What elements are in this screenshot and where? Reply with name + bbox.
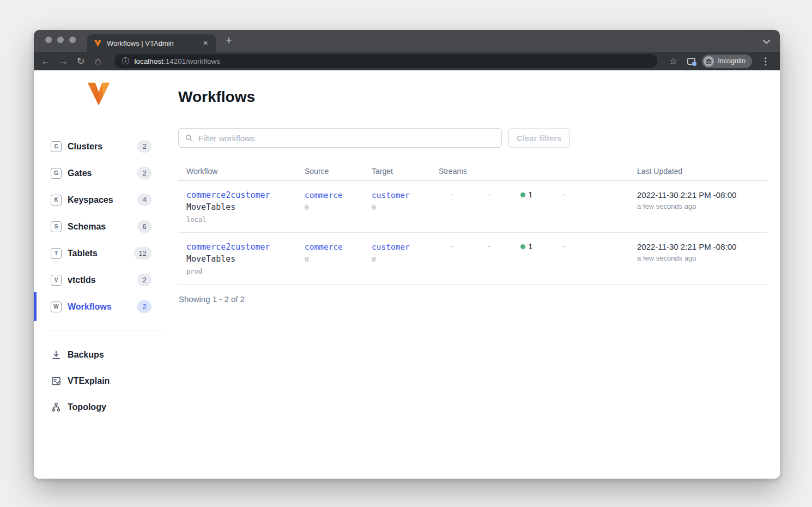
- address-bar[interactable]: ⓘ localhost:14201/workflows: [114, 54, 657, 68]
- streams-cell: - - 1 -: [431, 242, 629, 275]
- pagination-status: Showing 1 - 2 of 2: [178, 294, 767, 304]
- streams-cell: - - 1 -: [431, 190, 629, 224]
- table-row: commerce2customer MoveTables local comme…: [178, 181, 767, 233]
- table-header-row: Workflow Source Target Streams Last Upda…: [178, 162, 767, 181]
- sidebar-item-keyspaces[interactable]: K Keyspaces 4: [34, 186, 178, 213]
- sidebar-item-label: Workflows: [68, 302, 112, 312]
- page-content: C Clusters 2 G Gates 2 K Keyspaces 4 S S…: [34, 70, 780, 479]
- last-updated-timestamp: 2022-11-30 2:21 PM -08:00: [637, 242, 767, 251]
- window-zoom-button[interactable]: [69, 37, 76, 43]
- incognito-label: Incognito: [718, 57, 746, 65]
- column-header-last-updated: Last Updated: [629, 167, 767, 176]
- sidebar-divider: [46, 330, 164, 330]
- tab-search-chevron-icon[interactable]: [763, 37, 770, 44]
- sidebar-item-clusters[interactable]: C Clusters 2: [34, 133, 178, 160]
- sidebar-item-label: vtctlds: [68, 275, 96, 285]
- column-header-source: Source: [296, 167, 363, 176]
- sidebar-item-label: Gates: [68, 168, 92, 178]
- browser-toolbar: ← → ↻ ⌂ ⓘ localhost:14201/workflows ☆ In…: [34, 52, 780, 70]
- main-area: Workflows Clear filters Workflow Source …: [178, 70, 780, 479]
- window-controls[interactable]: [45, 37, 76, 43]
- tab-close-icon[interactable]: ✕: [201, 38, 210, 48]
- source-keyspace-link[interactable]: commerce: [305, 191, 343, 200]
- sidebar-item-schemas[interactable]: S Schemas 6: [34, 213, 178, 240]
- reload-icon[interactable]: ↻: [72, 54, 89, 68]
- download-icon: [51, 349, 62, 360]
- clear-filters-button[interactable]: Clear filters: [508, 128, 570, 148]
- sidebar-item-topology[interactable]: Topology: [34, 394, 178, 420]
- browser-tab[interactable]: Workflows | VTAdmin ✕: [87, 34, 216, 52]
- target-cell: customer 0: [363, 190, 431, 224]
- last-updated-relative: a few seconds ago: [637, 254, 767, 262]
- workflow-cell: commerce2customer MoveTables prod: [178, 242, 296, 275]
- window-minimize-button[interactable]: [57, 37, 64, 43]
- count-badge: 12: [134, 247, 152, 259]
- back-icon[interactable]: ←: [37, 54, 54, 68]
- filter-workflows-input[interactable]: [178, 128, 502, 148]
- vitess-logo[interactable]: [86, 81, 111, 107]
- home-icon[interactable]: ⌂: [89, 54, 107, 68]
- sidebar-item-label: Tablets: [68, 249, 98, 258]
- sidebar-nav: C Clusters 2 G Gates 2 K Keyspaces 4 S S…: [34, 133, 178, 320]
- vtctlds-letter-icon: V: [51, 275, 62, 286]
- sidebar-item-tablets[interactable]: T Tablets 12: [34, 240, 178, 267]
- sidebar-item-vtctlds[interactable]: V vtctlds 2: [34, 267, 178, 293]
- sidebar-item-gates[interactable]: G Gates 2: [34, 160, 178, 186]
- sidebar: C Clusters 2 G Gates 2 K Keyspaces 4 S S…: [34, 70, 178, 479]
- count-badge: 2: [137, 300, 152, 313]
- clusters-letter-icon: C: [51, 141, 62, 152]
- last-updated-cell: 2022-11-30 2:21 PM -08:00 a few seconds …: [629, 190, 767, 224]
- target-keyspace-link[interactable]: customer: [372, 191, 410, 200]
- workflow-type: MoveTables: [186, 202, 296, 212]
- url-path: :14201/workflows: [163, 57, 220, 65]
- stream-count: -: [434, 190, 471, 224]
- filter-row: Clear filters: [178, 128, 767, 148]
- table-row: commerce2customer MoveTables prod commer…: [178, 233, 767, 285]
- sidebar-item-backups[interactable]: Backups: [34, 342, 178, 368]
- browser-menu-icon[interactable]: ⋮: [756, 56, 774, 67]
- vitess-favicon-icon: [94, 39, 102, 47]
- bookmark-star-icon[interactable]: ☆: [664, 56, 683, 67]
- topology-icon: [51, 402, 62, 413]
- count-badge: 2: [137, 274, 152, 286]
- document-check-icon: [51, 376, 62, 387]
- stream-count: -: [471, 190, 508, 224]
- sidebar-item-vtexplain[interactable]: VTExplain: [34, 368, 178, 394]
- page-title: Workflows: [178, 87, 767, 107]
- side-panel-icon[interactable]: [687, 58, 695, 65]
- new-tab-button[interactable]: +: [222, 33, 236, 47]
- forward-icon[interactable]: →: [54, 54, 72, 68]
- count-badge: 4: [137, 194, 152, 206]
- workflow-link[interactable]: commerce2customer: [186, 190, 270, 200]
- target-keyspace-link[interactable]: customer: [372, 243, 410, 251]
- source-cell: commerce 0: [296, 190, 363, 224]
- keyspaces-letter-icon: K: [51, 195, 62, 206]
- site-info-icon[interactable]: ⓘ: [122, 56, 130, 66]
- last-updated-timestamp: 2022-11-30 2:21 PM -08:00: [637, 190, 767, 200]
- tab-title: Workflows | VTAdmin: [107, 39, 201, 47]
- workflows-table: Workflow Source Target Streams Last Upda…: [178, 162, 767, 285]
- stream-count-running: 1: [508, 242, 545, 275]
- column-header-streams: Streams: [431, 167, 629, 176]
- gates-letter-icon: G: [51, 168, 62, 179]
- target-shard: 0: [372, 203, 431, 212]
- target-cell: customer 0: [363, 242, 431, 275]
- source-shard: 0: [305, 255, 363, 263]
- sidebar-item-label: Keyspaces: [68, 195, 113, 205]
- last-updated-relative: a few seconds ago: [637, 202, 767, 210]
- target-shard: 0: [372, 255, 431, 263]
- source-keyspace-link[interactable]: commerce: [305, 243, 343, 251]
- sidebar-item-label: Backups: [68, 350, 104, 360]
- incognito-badge: Incognito: [702, 55, 752, 68]
- workflows-letter-icon: W: [51, 301, 62, 312]
- sidebar-item-workflows[interactable]: W Workflows 2: [34, 293, 178, 320]
- count-badge: 2: [137, 167, 152, 179]
- incognito-spy-icon: [704, 56, 714, 67]
- search-icon: [185, 134, 193, 142]
- workflow-cell: commerce2customer MoveTables local: [178, 190, 296, 224]
- source-cell: commerce 0: [296, 242, 363, 275]
- workflow-link[interactable]: commerce2customer: [186, 242, 270, 252]
- last-updated-cell: 2022-11-30 2:21 PM -08:00 a few seconds …: [629, 242, 767, 275]
- window-close-button[interactable]: [45, 37, 52, 43]
- sidebar-item-label: Schemas: [68, 222, 106, 232]
